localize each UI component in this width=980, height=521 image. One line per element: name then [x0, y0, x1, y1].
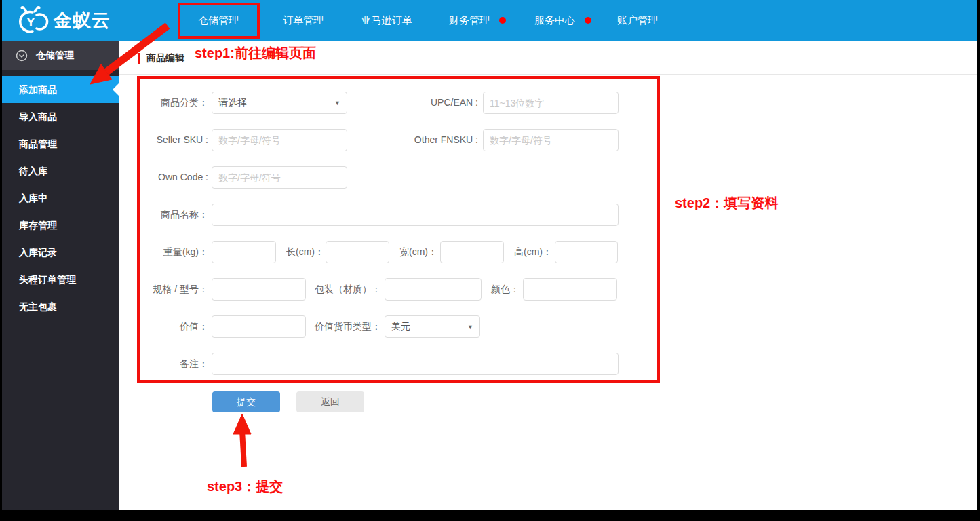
currency-select[interactable]: 美元 ▼: [385, 315, 480, 338]
sidebar-item-import-product[interactable]: 导入商品: [2, 103, 119, 130]
nav-item-warehouse[interactable]: 仓储管理: [198, 0, 239, 41]
nav-item-label: 仓储管理: [198, 14, 239, 26]
nav-item-label: 订单管理: [283, 14, 324, 26]
sidebar-item-inbound-records[interactable]: 入库记录: [2, 239, 119, 266]
product-name-label: 商品名称：: [140, 204, 208, 226]
seller-sku-label: Seller SKU :: [140, 129, 208, 151]
category-select[interactable]: 请选择 ▼: [212, 92, 347, 114]
nav-item-orders[interactable]: 订单管理: [283, 0, 324, 41]
form-row: 商品名称：: [140, 204, 657, 226]
other-fnsku-label: Other FNSKU :: [343, 129, 478, 151]
length-input[interactable]: [326, 241, 389, 263]
notification-dot: [585, 17, 591, 24]
other-fnsku-input[interactable]: [483, 129, 619, 151]
annotation-step1: step1:前往编辑页面: [195, 44, 316, 62]
back-button[interactable]: 返回: [296, 391, 364, 412]
upc-input[interactable]: [483, 92, 619, 114]
nav-item-account[interactable]: 账户管理: [617, 0, 658, 41]
remark-label: 备注：: [140, 353, 208, 375]
package-label: 包装（材质）：: [302, 278, 381, 301]
nav-item-amazon-orders[interactable]: 亚马逊订单: [361, 0, 412, 41]
top-navigation-bar: Y 金蚁云 仓储管理 订单管理 亚马逊订单 财务管理 服务中心 账户管理: [2, 0, 977, 41]
page-title: 商品编辑: [138, 52, 184, 64]
sidebar-group-warehouse[interactable]: 仓储管理: [2, 41, 119, 70]
form-row: 备注：: [140, 353, 657, 375]
nav-item-label: 财务管理: [449, 14, 490, 26]
annotation-step2: step2：填写资料: [675, 194, 778, 212]
sidebar-item-inbound-in-progress[interactable]: 入库中: [2, 185, 119, 212]
length-label: 长(cm)：: [275, 241, 324, 263]
form-row: 价值： 价值货币类型： 美元 ▼: [140, 315, 657, 338]
app-screen: Y 金蚁云 仓储管理 订单管理 亚马逊订单 财务管理 服务中心 账户管理 仓储管…: [2, 0, 977, 510]
color-input[interactable]: [523, 278, 617, 301]
window-frame: Y 金蚁云 仓储管理 订单管理 亚马逊订单 财务管理 服务中心 账户管理 仓储管…: [0, 0, 980, 521]
submit-button[interactable]: 提交: [212, 391, 280, 412]
width-label: 宽(cm)：: [391, 241, 437, 263]
remark-input[interactable]: [212, 353, 619, 375]
circle-chevron-down-icon: [16, 50, 28, 62]
page-title-text: 商品编辑: [146, 52, 184, 64]
notification-dot: [499, 17, 506, 24]
sidebar-item-inventory-management[interactable]: 库存管理: [2, 212, 119, 239]
upc-label: UPC/EAN :: [343, 92, 478, 114]
nav-item-label: 账户管理: [617, 14, 658, 26]
sidebar-group-label: 仓储管理: [36, 50, 74, 62]
annotation-step3: step3：提交: [207, 478, 283, 496]
product-name-input[interactable]: [212, 204, 619, 226]
category-label: 商品分类：: [140, 92, 208, 114]
sidebar-item-pending-inbound[interactable]: 待入库: [2, 157, 119, 185]
form-row: 规格 / 型号： 包装（材质）： 颜色：: [140, 278, 657, 301]
weight-label: 重量(kg)：: [140, 241, 208, 263]
spec-input[interactable]: [212, 278, 306, 301]
ant-logo-icon: Y: [13, 6, 50, 35]
own-code-input[interactable]: [212, 166, 347, 189]
spec-label: 规格 / 型号：: [140, 278, 208, 301]
main-content: 商品编辑 商品分类： 请选择 ▼ UPC/EAN : Seller SKU : …: [119, 41, 977, 510]
sidebar-item-unclaimed-packages[interactable]: 无主包裹: [2, 293, 119, 320]
title-accent-bar: [138, 53, 140, 64]
own-code-label: Own Code :: [140, 166, 208, 189]
sidebar-item-add-product[interactable]: 添加商品: [2, 76, 119, 103]
width-input[interactable]: [440, 241, 504, 263]
form-row: 商品分类： 请选择 ▼ UPC/EAN :: [140, 92, 657, 114]
sidebar-item-product-management[interactable]: 商品管理: [2, 130, 119, 157]
value-label: 价值：: [140, 315, 208, 338]
caret-down-icon: ▼: [334, 100, 340, 107]
caret-down-icon: ▼: [467, 324, 473, 330]
sidebar: 仓储管理 添加商品 导入商品 商品管理 待入库 入库中 库存管理 入库记录 头程…: [2, 41, 119, 510]
brand-name: 金蚁云: [54, 8, 111, 33]
form-row: 重量(kg)： 长(cm)： 宽(cm)： 高(cm)：: [140, 241, 657, 263]
nav-item-label: 服务中心: [534, 14, 575, 26]
nav-item-label: 亚马逊订单: [361, 14, 412, 26]
svg-text:Y: Y: [26, 15, 35, 29]
currency-label: 价值货币类型：: [302, 315, 381, 338]
nav-item-finance[interactable]: 财务管理: [449, 0, 490, 41]
form-row: Own Code :: [140, 166, 657, 189]
sidebar-item-first-leg-orders[interactable]: 头程订单管理: [2, 266, 119, 293]
height-label: 高(cm)：: [505, 241, 552, 263]
sidebar-menu: 添加商品 导入商品 商品管理 待入库 入库中 库存管理 入库记录 头程订单管理 …: [2, 76, 119, 320]
brand-logo: Y 金蚁云: [13, 6, 111, 35]
color-label: 颜色：: [472, 278, 520, 301]
currency-selected-value: 美元: [391, 321, 410, 333]
weight-input[interactable]: [212, 241, 276, 263]
seller-sku-input[interactable]: [212, 129, 347, 151]
category-selected-value: 请选择: [218, 97, 247, 109]
form-row: Seller SKU : Other FNSKU :: [140, 129, 657, 151]
value-input[interactable]: [212, 315, 306, 338]
nav-item-service-center[interactable]: 服务中心: [534, 0, 575, 41]
annotation-redbox-form: 商品分类： 请选择 ▼ UPC/EAN : Seller SKU : Other…: [137, 76, 660, 383]
package-input[interactable]: [385, 278, 482, 301]
height-input[interactable]: [555, 241, 618, 263]
